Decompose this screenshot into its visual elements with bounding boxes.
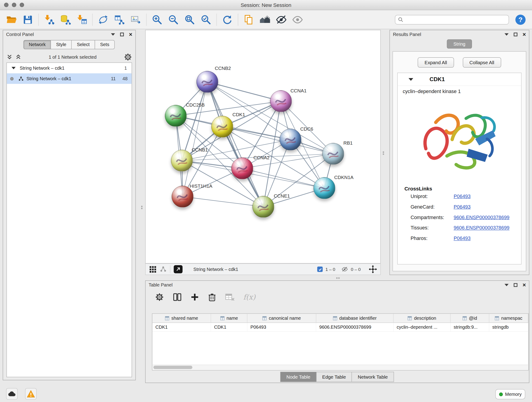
network-node-ccna1[interactable]: [270, 90, 292, 112]
maximize-panel-icon[interactable]: [514, 283, 517, 287]
import-network-database-button[interactable]: [57, 12, 74, 27]
export-image-button[interactable]: [128, 12, 144, 27]
network-node-hist1h1a[interactable]: [172, 186, 193, 207]
gear-icon[interactable]: [124, 53, 132, 61]
tab-network[interactable]: Network: [23, 40, 51, 49]
zoom-in-button[interactable]: [149, 12, 165, 27]
pan-move-icon[interactable]: [369, 265, 377, 274]
tab-sets[interactable]: Sets: [95, 40, 114, 49]
tab-select[interactable]: Select: [71, 40, 95, 49]
network-node-ccne1[interactable]: [253, 196, 274, 218]
splitter-grip-right[interactable]: [381, 149, 386, 157]
help-button[interactable]: ?: [512, 12, 529, 27]
float-panel-icon[interactable]: [505, 284, 509, 286]
table-cell-description[interactable]: cyclin–dependent ...: [394, 323, 451, 332]
column-header-id[interactable]: @id: [451, 314, 489, 323]
network-node-ccna2[interactable]: [231, 157, 253, 179]
network-node-rb1[interactable]: [322, 143, 344, 165]
crosslink-link-pharos[interactable]: P06493: [454, 236, 471, 241]
network-collection-row[interactable]: String Network – cdk1 1: [7, 63, 132, 73]
maximize-panel-icon[interactable]: [514, 32, 517, 36]
network-node-ccnb2[interactable]: [196, 71, 218, 93]
import-network-file-button[interactable]: [41, 12, 57, 27]
network-node-cdc6[interactable]: [279, 128, 301, 150]
column-header-database-identifier[interactable]: database identifier: [316, 314, 394, 323]
tab-node-table[interactable]: Node Table: [280, 372, 317, 382]
tree-expand-icon[interactable]: [12, 67, 16, 69]
network-node-ccnb1[interactable]: [171, 150, 193, 172]
network-node-cdc25b[interactable]: [165, 105, 187, 127]
horizontal-scrollbar[interactable]: [152, 365, 528, 370]
table-settings-gear-icon[interactable]: [155, 293, 164, 302]
selected-checkbox-icon[interactable]: [317, 267, 323, 272]
refresh-button[interactable]: [219, 12, 235, 27]
network-node-cdkn1a[interactable]: [313, 177, 335, 199]
tab-edge-table[interactable]: Edge Table: [316, 372, 352, 382]
new-network-button[interactable]: [95, 12, 111, 27]
tab-network-table[interactable]: Network Table: [352, 372, 394, 382]
table-cell-canonical-name[interactable]: P06493: [247, 323, 317, 332]
scrollbar-thumb[interactable]: [153, 366, 192, 369]
warnings-button[interactable]: [25, 388, 37, 400]
network-row-selected[interactable]: String Network – cdk1 11 48: [7, 73, 132, 84]
gene-section-header[interactable]: CDK1: [398, 73, 521, 86]
maximize-panel-icon[interactable]: [120, 32, 124, 36]
table-cell-shared-name[interactable]: CDK1: [152, 323, 211, 332]
add-column-icon[interactable]: [190, 293, 199, 302]
delete-column-trash-icon[interactable]: [208, 293, 216, 302]
column-header-name[interactable]: name: [211, 314, 247, 323]
crosslink-link-uniprot[interactable]: P06493: [454, 193, 471, 199]
table-cell-id[interactable]: stringdb:9...: [451, 323, 489, 332]
grid-view-icon[interactable]: [149, 265, 157, 273]
close-panel-icon[interactable]: ×: [523, 282, 526, 288]
birdseye-toggle-button[interactable]: [174, 265, 183, 274]
crosslink-link-genecard[interactable]: P06493: [454, 204, 471, 210]
show-columns-icon[interactable]: [173, 293, 182, 302]
search-input[interactable]: [405, 17, 506, 22]
zoom-out-button[interactable]: [165, 12, 181, 27]
column-header-canonical-name[interactable]: canonical name: [247, 314, 317, 323]
show-panel-button[interactable]: [289, 12, 306, 27]
network-view-canvas[interactable]: CCNB2CCNA1CDC25BCDK1CDC6RB1CCNB1CCNA2CDK…: [145, 30, 381, 263]
cybrowser-button[interactable]: [257, 12, 273, 27]
collapse-section-icon[interactable]: [409, 78, 413, 81]
hidden-eye-icon[interactable]: [341, 266, 348, 272]
column-header-description[interactable]: description: [394, 314, 451, 323]
crosslink-link-tissues[interactable]: 9606.ENSP00000378699: [454, 225, 510, 230]
memory-button[interactable]: Memory: [495, 389, 525, 399]
crosslink-link-compartments[interactable]: 9606.ENSP00000378699: [454, 215, 510, 220]
network-from-table-button[interactable]: [111, 12, 128, 27]
table-cell-database-identifier[interactable]: 9606.ENSP00000378699: [316, 323, 394, 332]
table-row[interactable]: CDK1CDK1P064939606.ENSP00000378699cyclin…: [152, 323, 528, 332]
tab-style[interactable]: Style: [51, 40, 72, 49]
float-panel-icon[interactable]: [111, 33, 115, 35]
close-panel-icon[interactable]: ×: [523, 32, 526, 37]
table-header-row: shared namenamecanonical namedatabase id…: [152, 314, 528, 323]
zoom-selected-button[interactable]: [198, 12, 214, 27]
collapse-all-button[interactable]: Collapse All: [462, 57, 501, 67]
column-header-shared-name[interactable]: shared name: [152, 314, 211, 323]
save-session-button[interactable]: [20, 12, 36, 27]
node-label-cdk1: CDK1: [232, 112, 245, 117]
expand-all-button[interactable]: Expand All: [418, 57, 454, 67]
splitter-grip-left[interactable]: [140, 204, 144, 211]
import-table-button[interactable]: [74, 12, 90, 27]
hide-panel-button[interactable]: [273, 12, 289, 27]
expand-all-chevron-icon[interactable]: [6, 54, 13, 60]
table-cell-name[interactable]: CDK1: [211, 323, 247, 332]
zoom-fit-button[interactable]: [181, 12, 198, 27]
tab-string[interactable]: String: [447, 39, 472, 49]
table-cell-namespac[interactable]: stringdb: [489, 323, 528, 332]
annotation-button[interactable]: [241, 12, 257, 27]
cloud-button[interactable]: [6, 388, 18, 400]
open-session-button[interactable]: [3, 12, 20, 27]
column-header-namespac[interactable]: namespac: [489, 314, 528, 323]
share-view-icon[interactable]: [160, 266, 167, 273]
close-panel-icon[interactable]: ×: [129, 32, 133, 37]
eye-icon: [292, 14, 303, 25]
float-panel-icon[interactable]: [505, 33, 509, 35]
network-node-cdk1[interactable]: [211, 116, 233, 138]
collapse-all-chevron-icon[interactable]: [15, 54, 22, 60]
control-panel: Control Panel × NetworkStyleSelectSets 1…: [3, 30, 136, 380]
splitter-grip-bottom[interactable]: [334, 276, 342, 280]
